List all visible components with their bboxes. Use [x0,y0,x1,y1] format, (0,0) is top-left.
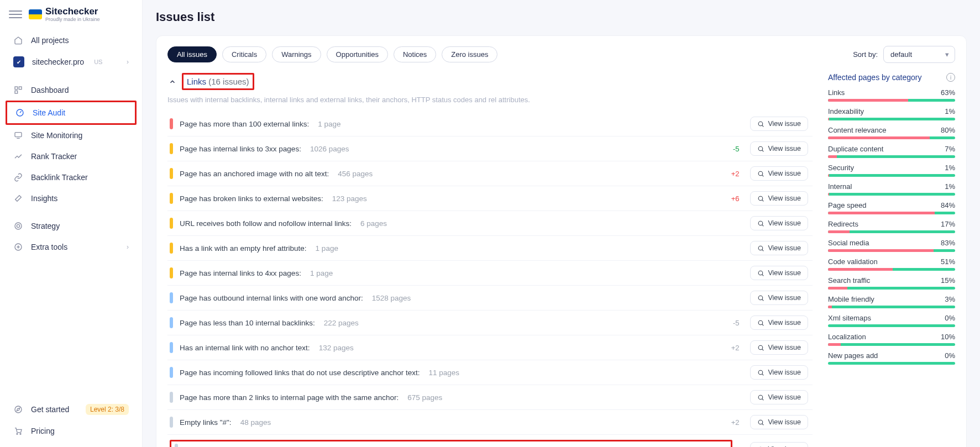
svg-point-23 [759,395,763,399]
view-issue-button[interactable]: View issue [750,241,808,255]
view-issue-button[interactable]: View issue [750,390,808,404]
issue-page-count: 1 page [318,120,340,128]
nav-extra-tools[interactable]: Extra tools › [6,236,137,257]
view-issue-button[interactable]: View issue [750,442,808,447]
issue-title: Page has more than 2 links to internal p… [180,393,399,402]
view-issue-button[interactable]: View issue [750,216,808,230]
view-issue-button[interactable]: View issue [750,191,808,206]
issue-row: Page has outbound internal links with on… [167,286,813,311]
severity-indicator [170,143,173,154]
severity-indicator [170,367,173,378]
view-issue-button[interactable]: View issue [750,365,808,380]
wand-icon [13,193,23,203]
info-icon[interactable]: i [946,73,955,82]
category-row[interactable]: Page speed84% [828,201,955,214]
category-row[interactable]: Internal1% [828,182,955,196]
svg-point-6 [17,224,19,227]
category-percent: 0% [945,351,955,360]
nav-rank-tracker[interactable]: Rank Tracker [6,146,137,167]
issue-page-count: 222 pages [324,319,359,327]
category-bar [828,136,955,139]
filter-criticals[interactable]: Criticals [222,46,266,62]
category-bar [828,212,955,214]
category-percent: 83% [941,239,955,247]
nav-pricing[interactable]: Pricing [6,420,137,441]
category-percent: 1% [945,164,955,172]
filter-all-issues[interactable]: All issues [167,46,217,62]
chevron-up-icon[interactable] [167,77,177,87]
view-issue-button[interactable]: View issue [750,340,808,355]
severity-indicator [170,267,173,278]
category-bar [828,324,955,327]
filter-zero-issues[interactable]: Zero issues [442,46,497,62]
svg-marker-9 [17,408,19,411]
issue-title: Page has incoming followed links that do… [180,369,420,377]
category-row[interactable]: Duplicate content7% [828,145,955,158]
category-percent: 51% [941,257,955,266]
issue-page-count: 1026 pages [310,145,349,153]
nav-site-audit[interactable]: Site Audit [6,101,137,125]
sort-select[interactable]: default [883,46,955,63]
svg-point-14 [759,171,763,176]
issue-row: Page has less than 10 internal backlinks… [167,311,813,335]
category-row[interactable]: Code validation51% [828,257,955,271]
view-issue-button[interactable]: View issue [750,266,808,280]
issue-row: Empty links "#":48 pages+2View issue [167,410,813,435]
category-percent: 15% [941,276,955,285]
svg-point-13 [759,146,763,151]
category-row[interactable]: Mobile friendly3% [828,295,955,308]
issue-row: Page has an anchored image with no alt t… [167,161,813,186]
category-row[interactable]: Social media83% [828,239,955,252]
category-bar [828,362,955,365]
view-issue-button[interactable]: View issue [750,166,808,181]
svg-rect-2 [15,91,18,93]
category-row[interactable]: Links63% [828,88,955,102]
view-issue-button[interactable]: View issue [750,141,808,156]
issue-page-count: 6 pages [360,219,387,228]
view-issue-button[interactable]: View issue [750,117,808,131]
view-issue-button[interactable]: View issue [750,415,808,429]
category-name: Page speed [828,201,866,209]
category-row[interactable]: Security1% [828,164,955,177]
view-issue-button[interactable]: View issue [750,315,808,330]
nav-label: All projects [31,36,69,45]
nav-get-started[interactable]: Get started Level 2: 3/8 [6,398,137,420]
filter-notices[interactable]: Notices [394,46,436,62]
category-row[interactable]: Search traffic15% [828,276,955,290]
menu-toggle-icon[interactable] [9,8,22,21]
category-name: Security [828,164,854,172]
category-row[interactable]: Redirects17% [828,220,955,233]
nav-all-projects[interactable]: All projects [6,30,137,51]
nav-backlink-tracker[interactable]: Backlink Tracker [6,167,137,188]
nav-insights[interactable]: Insights [6,188,137,209]
logo[interactable]: Sitechecker Proudly made in Ukraine [29,7,100,22]
monitor-icon [13,130,23,140]
issue-page-count: 456 pages [338,170,373,178]
nav-site-monitoring[interactable]: Site Monitoring [6,125,137,146]
issue-row: Page has incoming followed links that do… [167,360,813,385]
issue-page-count: 132 pages [319,344,354,352]
issue-row: Page has internal links to 3xx pages:102… [167,136,813,161]
issue-title: Page has internal links to 4xx pages: [180,269,301,277]
sort-label: Sort by: [853,50,878,59]
categories-list: Links63%Indexability1%Content relevance8… [828,88,955,365]
issue-row: URL receives both follow and nofollow in… [167,211,813,236]
category-row[interactable]: Indexability1% [828,107,955,120]
category-row[interactable]: Content relevance80% [828,126,955,139]
filter-opportunities[interactable]: Opportunities [327,46,388,62]
nav-label: Site Monitoring [31,131,82,140]
issue-page-count: 11 pages [429,369,460,377]
nav-strategy[interactable]: Strategy [6,215,137,236]
category-row[interactable]: New pages add0% [828,351,955,365]
category-bar [828,118,955,120]
category-bar [828,287,955,290]
filter-warnings[interactable]: Warnings [272,46,321,62]
category-row[interactable]: Xml sitemaps0% [828,314,955,327]
view-issue-button[interactable]: View issue [750,291,808,305]
nav-label: Get started [31,405,69,414]
dashboard-icon [13,85,23,95]
category-row[interactable]: Localization10% [828,333,955,346]
svg-point-21 [759,345,763,350]
nav-dashboard[interactable]: Dashboard [6,80,137,101]
nav-project[interactable]: ✔ sitechecker.pro US › [6,51,137,73]
